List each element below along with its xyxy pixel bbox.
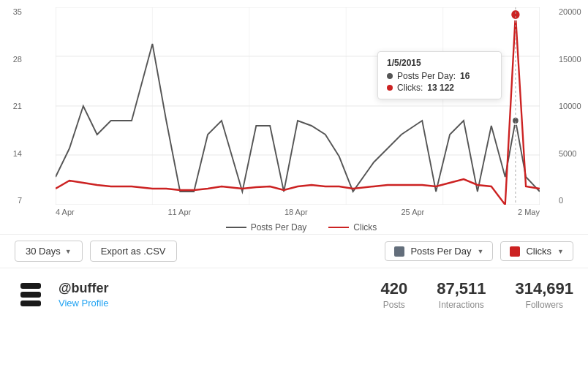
export-button[interactable]: Export as .CSV: [90, 241, 177, 262]
stat-posts-value: 420: [380, 279, 407, 298]
y-right-label: 10000: [559, 102, 581, 110]
y-label: 21: [13, 102, 22, 110]
x-label: 25 Apr: [401, 208, 424, 216]
posts-toggle-label: Posts Per Day: [410, 246, 471, 257]
y-right-label: 0: [559, 196, 563, 205]
clicks-toggle[interactable]: Clicks ▼: [500, 241, 573, 261]
y-right-label: 15000: [559, 55, 581, 64]
days-button-label: 30 Days: [26, 246, 61, 257]
account-text: @buffer View Profile: [59, 281, 109, 309]
chevron-down-icon: ▼: [65, 248, 72, 255]
controls-left: 30 Days ▼ Export as .CSV: [15, 241, 177, 262]
svg-rect-12: [20, 283, 41, 289]
stat-followers-label: Followers: [515, 300, 573, 310]
buffer-logo: [15, 279, 47, 311]
stat-posts-label: Posts: [380, 300, 407, 310]
y-right-label: 20000: [559, 7, 581, 16]
days-button[interactable]: 30 Days ▼: [15, 241, 83, 262]
y-right-label: 5000: [559, 149, 576, 158]
svg-rect-13: [20, 292, 41, 298]
chevron-down-icon: ▼: [477, 248, 483, 255]
legend-posts-label: Posts Per Day: [251, 222, 307, 233]
posts-swatch: [394, 246, 404, 257]
chart-svg: [56, 7, 540, 205]
legend-posts-line: [226, 227, 246, 228]
legend-clicks-label: Clicks: [353, 222, 377, 233]
y-label: 7: [18, 196, 22, 205]
clicks-swatch: [510, 246, 520, 257]
y-label: 28: [13, 55, 22, 64]
account-handle: @buffer: [59, 281, 109, 296]
export-button-label: Export as .CSV: [101, 246, 166, 257]
controls-right: Posts Per Day ▼ Clicks ▼: [385, 241, 573, 261]
legend-posts: Posts Per Day: [226, 222, 307, 233]
x-label: 2 May: [518, 208, 540, 216]
stat-followers-value: 314,691: [515, 279, 573, 298]
x-label: 18 Apr: [284, 208, 308, 216]
stat-interactions-value: 87,511: [437, 279, 486, 298]
chevron-down-icon: ▼: [557, 248, 564, 255]
svg-rect-14: [20, 300, 41, 306]
stats-container: 420 Posts 87,511 Interactions 314,691 Fo…: [380, 279, 573, 310]
stat-interactions: 87,511 Interactions: [437, 279, 486, 310]
stat-followers: 314,691 Followers: [515, 279, 573, 310]
y-label: 14: [13, 149, 22, 158]
chart-container: 35 28 21 14 7: [0, 0, 588, 234]
stat-posts: 420 Posts: [380, 279, 407, 310]
posts-per-day-toggle[interactable]: Posts Per Day ▼: [385, 241, 493, 261]
chart-legend: Posts Per Day Clicks: [29, 216, 573, 241]
clicks-toggle-label: Clicks: [526, 246, 551, 257]
view-profile-link[interactable]: View Profile: [59, 298, 109, 309]
footer: @buffer View Profile 420 Posts 87,511 In…: [0, 268, 588, 321]
legend-clicks: Clicks: [328, 222, 377, 233]
y-axis-left: 35 28 21 14 7: [0, 7, 26, 205]
y-label: 35: [13, 7, 22, 16]
legend-clicks-line: [328, 227, 349, 228]
stat-interactions-label: Interactions: [437, 300, 486, 310]
x-axis: 4 Apr 11 Apr 18 Apr 25 Apr 2 May: [56, 205, 540, 216]
y-axis-right: 20000 15000 10000 5000 0: [554, 7, 588, 205]
account-info: @buffer View Profile: [15, 279, 109, 311]
x-label: 11 Apr: [167, 208, 191, 216]
x-label: 4 Apr: [56, 208, 75, 216]
